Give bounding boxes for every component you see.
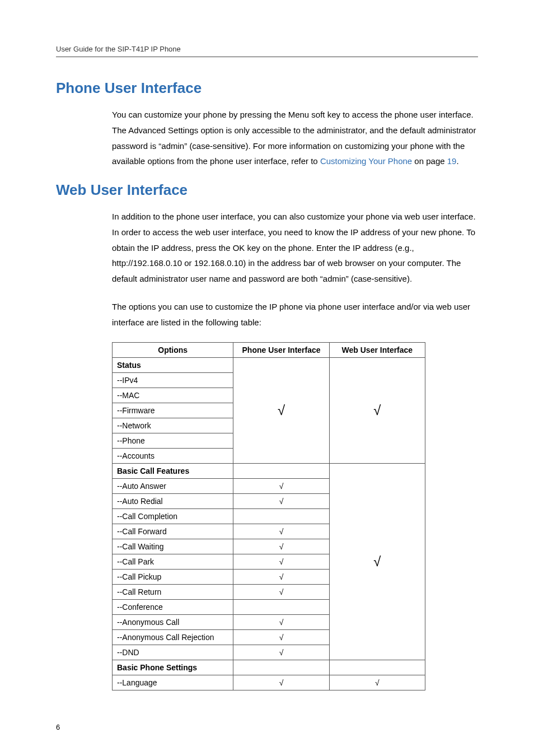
cell-status: Status (113, 358, 233, 373)
cell-anon-call: --Anonymous Call (113, 615, 233, 630)
cell-call-pickup-pui: √ (233, 570, 329, 585)
cell-call-completion: --Call Completion (113, 509, 233, 524)
cell-bcf-pui (233, 464, 329, 479)
cell-bps: Basic Phone Settings (113, 660, 233, 675)
cell-dnd-pui: √ (233, 645, 329, 660)
cell-conference-pui (233, 600, 329, 615)
cell-auto-answer-pui: √ (233, 479, 329, 494)
cell-dnd: --DND (113, 645, 233, 660)
heading-phone-user-interface: Phone User Interface (56, 80, 478, 97)
heading-web-user-interface: Web User Interface (56, 181, 478, 199)
check-icon: √ (279, 633, 284, 642)
options-table: Options Phone User Interface Web User In… (112, 342, 425, 690)
paragraph-web-ui-2: The options you can use to customize the… (112, 299, 478, 330)
check-icon: √ (373, 554, 381, 569)
cell-call-waiting: --Call Waiting (113, 539, 233, 554)
cell-bcf-wui: √ (329, 464, 425, 660)
text-on-page: on page (412, 156, 447, 166)
col-header-web-ui: Web User Interface (329, 343, 425, 358)
table-row: --Language √ √ (113, 675, 425, 690)
cell-call-completion-pui (233, 509, 329, 524)
cell-language: --Language (113, 675, 233, 690)
cell-mac: --MAC (113, 388, 233, 403)
table-row: Basic Phone Settings (113, 660, 425, 675)
cell-anon-rej-pui: √ (233, 630, 329, 645)
check-icon: √ (375, 678, 380, 687)
cell-call-park-pui: √ (233, 554, 329, 570)
cell-call-pickup: --Call Pickup (113, 570, 233, 585)
cell-call-return-pui: √ (233, 585, 329, 600)
page: User Guide for the SIP-T41P IP Phone Pho… (0, 0, 534, 756)
cell-call-forward-pui: √ (233, 524, 329, 539)
cell-call-forward: --Call Forward (113, 524, 233, 539)
cell-call-return: --Call Return (113, 585, 233, 600)
check-icon: √ (279, 482, 284, 491)
check-icon: √ (279, 527, 284, 536)
check-icon: √ (279, 678, 284, 687)
cell-conference: --Conference (113, 600, 233, 615)
cell-language-pui: √ (233, 675, 329, 690)
cell-call-park: --Call Park (113, 554, 233, 570)
text-period: . (456, 156, 458, 166)
col-header-options: Options (113, 343, 233, 358)
table-row: Status √ √ (113, 358, 425, 373)
check-icon: √ (279, 542, 284, 551)
cell-ipv4: --IPv4 (113, 373, 233, 388)
cell-auto-redial-pui: √ (233, 494, 329, 509)
cell-status-wui: √ (329, 358, 425, 464)
check-icon: √ (279, 557, 284, 566)
cell-firmware: --Firmware (113, 403, 233, 418)
check-icon: √ (279, 618, 284, 627)
cell-bps-pui (233, 660, 329, 675)
check-icon: √ (279, 497, 284, 506)
cell-auto-redial: --Auto Redial (113, 494, 233, 509)
table-header-row: Options Phone User Interface Web User In… (113, 343, 425, 358)
cell-bcf: Basic Call Features (113, 464, 233, 479)
cell-network: --Network (113, 418, 233, 433)
check-icon: √ (278, 403, 285, 418)
table-row: Basic Call Features √ (113, 464, 425, 479)
cell-accounts: --Accounts (113, 449, 233, 464)
link-customizing-your-phone[interactable]: Customizing Your Phone (320, 156, 412, 166)
check-icon: √ (279, 587, 284, 596)
cell-status-pui: √ (233, 358, 329, 464)
page-number: 6 (56, 723, 60, 731)
cell-call-waiting-pui: √ (233, 539, 329, 554)
cell-auto-answer: --Auto Answer (113, 479, 233, 494)
cell-anon-call-pui: √ (233, 615, 329, 630)
cell-bps-wui (329, 660, 425, 675)
check-icon: √ (279, 572, 284, 581)
col-header-phone-ui: Phone User Interface (233, 343, 329, 358)
check-icon: √ (279, 648, 284, 657)
check-icon: √ (373, 403, 381, 418)
running-head: User Guide for the SIP-T41P IP Phone (56, 45, 478, 57)
cell-anon-rej: --Anonymous Call Rejection (113, 630, 233, 645)
paragraph-phone-ui: You can customize your phone by pressing… (112, 107, 478, 169)
cell-language-wui: √ (329, 675, 425, 690)
paragraph-web-ui-1: In addition to the phone user interface,… (112, 209, 478, 287)
link-page-ref[interactable]: 19 (447, 156, 457, 166)
cell-phone: --Phone (113, 433, 233, 449)
